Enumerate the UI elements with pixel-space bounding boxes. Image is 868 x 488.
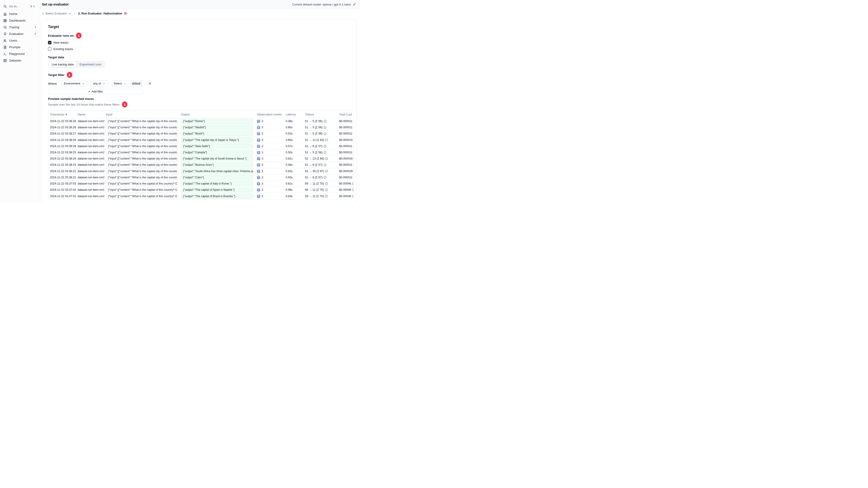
checkbox-new-traces[interactable]: New traces: [48, 40, 353, 45]
total-cost-cell: $0.000011: [338, 176, 353, 179]
sidebar-item-home[interactable]: Home: [0, 10, 40, 17]
chevron-down-icon: [82, 83, 85, 85]
info-square-icon: [257, 195, 260, 198]
default-model-setting[interactable]: Current default model: openai / gpt-4.1-…: [292, 3, 356, 6]
info-circle-icon: [325, 182, 328, 185]
info-circle-icon: [325, 157, 328, 160]
sidebar-item-playground[interactable]: Playground: [0, 51, 40, 57]
input-json: {"input":[{"content":"What is the capita…: [106, 188, 177, 192]
step-badge-2: 2: [67, 72, 72, 78]
name-cell: dataset-run-item-cm3s4: [76, 163, 104, 166]
info-circle-icon: [325, 139, 328, 141]
page-content: Target Evaluator runs on 1 New traces Ex…: [40, 18, 360, 202]
table-row[interactable]: 2024-11-22 03:38:21 dataset-run-item-cm3…: [48, 174, 353, 181]
total-cost-cell: $0.000029: [338, 170, 353, 173]
total-cost-cell: $0.00046: [338, 188, 353, 191]
table-row[interactable]: 2024-11-22 03:38:23 dataset-run-item-cm3…: [48, 162, 353, 168]
checkbox-label: New traces: [54, 41, 69, 44]
input-cell: {"input":[{"content":"What is the capita…: [104, 144, 179, 149]
latency-cell: 0.83s: [284, 195, 303, 198]
timestamp-cell: 2024-11-22 03:38:26: [48, 144, 76, 148]
users-icon: [3, 39, 7, 42]
observation-levels-cell: 3: [255, 126, 284, 129]
table-row[interactable]: 2024-11-22 03:38:22 dataset-run-item-cm3…: [48, 168, 353, 174]
input-json: {"input":[{"content":"What is the capita…: [106, 156, 177, 161]
name-cell: dataset-run-item-cm3s4: [76, 126, 104, 129]
observation-levels-cell: 3: [255, 188, 284, 191]
remove-filter-button[interactable]: ✕: [149, 82, 151, 86]
name-cell: dataset-run-item-cm3s4: [76, 157, 104, 160]
input-cell: {"input":[{"content":"What is the capita…: [104, 163, 179, 167]
runs-on-label: Evaluator runs on: [48, 34, 74, 37]
filter-operator-select[interactable]: any of: [90, 80, 108, 87]
info-circle-icon: [325, 195, 328, 198]
add-filter-button[interactable]: + Add filter: [48, 89, 143, 94]
name-cell: dataset-run-item-cm3s4: [76, 132, 104, 135]
sidebar: Go to... ⌘ K Home Dashboards Tracing Eva…: [0, 0, 40, 202]
tab-live-tracing-data[interactable]: Live tracing data: [49, 62, 76, 67]
latency-cell: 0.65s: [284, 138, 303, 142]
preview-subtitle: Sample over the last 24 hours that match…: [48, 103, 120, 106]
table-row[interactable]: 2024-11-22 03:37:02 dataset-run-item-cm3…: [48, 187, 353, 193]
table-row[interactable]: 2024-11-22 03:38:26 dataset-run-item-cm3…: [48, 143, 353, 150]
observation-levels-cell: 3: [255, 176, 284, 179]
checkbox-existing-traces[interactable]: Existing traces: [48, 46, 353, 52]
sidebar-item-label: Datasets: [9, 59, 21, 62]
table-header-cell[interactable]: Latency: [284, 113, 303, 116]
sidebar-item-dashboards[interactable]: Dashboards: [0, 17, 40, 24]
default-model-label: Current default model: openai / gpt-4.1-…: [292, 3, 351, 6]
sidebar-item-prompts[interactable]: Prompts: [0, 44, 40, 51]
filter-where-label: Where: [48, 82, 57, 86]
info-square-icon: [257, 170, 260, 173]
table-header-cell[interactable]: Input: [104, 113, 179, 116]
output-cell: {"output":"Cairo"}: [179, 175, 255, 180]
breadcrumb-step-1[interactable]: 1. Select Evaluator: [42, 12, 71, 15]
filter-value-select[interactable]: Select default: [111, 80, 145, 87]
table-row[interactable]: 2024-11-22 03:38:28 dataset-run-item-cm3…: [48, 118, 353, 124]
goto-search[interactable]: Go to... ⌘ K: [0, 3, 40, 10]
table-header-cell[interactable]: Output: [179, 113, 255, 116]
table-body: 2024-11-22 03:38:28 dataset-run-item-cm3…: [48, 118, 353, 199]
input-cell: {"input":[{"content":"What is the capita…: [104, 119, 179, 124]
target-filter-row: Target filter 2: [48, 72, 353, 78]
table-row[interactable]: 2024-11-22 03:38:26 dataset-run-item-cm3…: [48, 137, 353, 143]
lightbulb-icon: [3, 32, 7, 36]
table-row[interactable]: 2024-11-22 03:37:03 dataset-run-item-cm3…: [48, 181, 353, 187]
table-header-cell[interactable]: Name: [76, 113, 104, 116]
output-json: {"output":"Cairo"}: [181, 175, 253, 180]
timestamp-cell: 2024-11-22 03:38:27: [48, 132, 76, 135]
table-row[interactable]: 2024-11-22 03:38:24 dataset-run-item-cm3…: [48, 156, 353, 162]
table-row[interactable]: 2024-11-22 03:38:27 dataset-run-item-cm3…: [48, 131, 353, 137]
timestamp-cell: 2024-11-22 03:38:22: [48, 170, 76, 173]
filter-column-select[interactable]: Environment: [61, 80, 87, 87]
table-header-cell[interactable]: Observation Levels: [255, 113, 284, 116]
sidebar-item-label: Dashboards: [9, 19, 26, 22]
table-header-cell[interactable]: Timestamp ▼: [48, 113, 76, 116]
target-data-tabs: Live tracing data Experiment runs: [48, 61, 105, 68]
target-section-title: Target: [48, 25, 353, 29]
timestamp-cell: 2024-11-22 03:38:21: [48, 176, 76, 179]
sidebar-item-tracing[interactable]: Tracing: [0, 24, 40, 31]
table-header-cell[interactable]: Total Cost: [338, 113, 353, 116]
info-circle-icon: [324, 126, 327, 129]
info-square-icon: [257, 120, 260, 123]
table-row[interactable]: 2024-11-22 03:38:25 dataset-run-item-cm3…: [48, 150, 353, 156]
checkbox-unchecked-icon[interactable]: [48, 47, 52, 51]
table-row[interactable]: 2024-11-22 03:37:01 dataset-run-item-cm3…: [48, 193, 353, 199]
tab-experiment-runs[interactable]: Experiment runs: [76, 62, 104, 67]
table-header-cell[interactable]: Tokens: [303, 113, 338, 116]
sidebar-item-datasets[interactable]: Datasets: [0, 57, 40, 64]
chevron-right-icon: [34, 32, 37, 35]
total-cost-cell: $0.000011: [338, 163, 353, 166]
table-header-row: Timestamp ▼ Name Input Output Observatio…: [48, 111, 353, 118]
tokens-cell: 59 → 11 (Σ 70): [303, 195, 338, 198]
target-data-label: Target data: [48, 56, 353, 59]
sidebar-item-evaluation[interactable]: Evaluation: [0, 31, 40, 37]
sidebar-item-label: Users: [9, 39, 17, 42]
checkbox-checked-icon[interactable]: [48, 41, 52, 44]
table-row[interactable]: 2024-11-22 03:38:28 dataset-run-item-cm3…: [48, 124, 353, 131]
sidebar-item-users[interactable]: Users: [0, 37, 40, 44]
observation-levels-cell: 3: [255, 138, 284, 142]
observation-levels-cell: 3: [255, 182, 284, 185]
goto-label: Go to...: [9, 5, 19, 8]
